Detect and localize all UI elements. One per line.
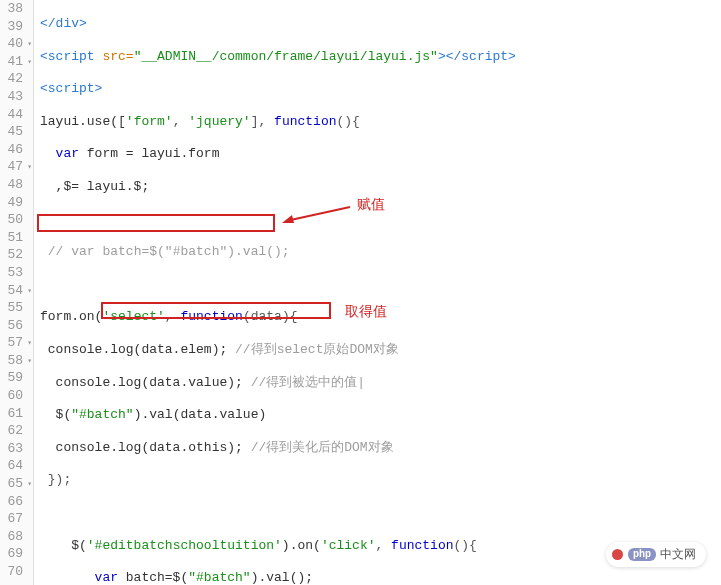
line-number: 64 — [0, 457, 23, 475]
line-number: 44 — [0, 106, 23, 124]
line-number: 48 — [0, 176, 23, 194]
line-number: 69 — [0, 545, 23, 563]
brand-text: 中文网 — [660, 546, 696, 563]
code-line[interactable] — [40, 276, 721, 294]
code-line[interactable]: layui.use(['form', 'jquery'], function()… — [40, 113, 721, 131]
line-number: 58 — [0, 352, 23, 370]
code-body[interactable]: </div> <script src="__ADMIN__/common/fra… — [34, 0, 721, 585]
line-number: 50 — [0, 211, 23, 229]
code-line[interactable] — [40, 504, 721, 522]
line-number: 66 — [0, 493, 23, 511]
line-number: 45 — [0, 123, 23, 141]
line-number: 53 — [0, 264, 23, 282]
code-line[interactable]: console.log(data.elem); //得到select原始DOM对… — [40, 341, 721, 359]
line-number: 55 — [0, 299, 23, 317]
brand-dot-icon — [612, 549, 623, 560]
line-number: 70 — [0, 563, 23, 581]
code-line[interactable]: console.log(data.value); //得到被选中的值| — [40, 374, 721, 392]
line-number: 49 — [0, 194, 23, 212]
code-line[interactable]: var batch=$("#batch").val(); — [40, 569, 721, 585]
code-line[interactable]: </div> — [40, 15, 721, 33]
line-number: 54 — [0, 282, 23, 300]
code-line[interactable]: var form = layui.form — [40, 145, 721, 163]
line-number: 42 — [0, 70, 23, 88]
line-number: 40 — [0, 35, 23, 53]
line-number: 63 — [0, 440, 23, 458]
line-number: 59 — [0, 369, 23, 387]
gutter: 38 39 40 41 42 43 44 45 46 47 48 49 50 5… — [0, 0, 34, 585]
line-number: 51 — [0, 229, 23, 247]
line-number: 52 — [0, 246, 23, 264]
line-number: 65 — [0, 475, 23, 493]
code-line[interactable]: ,$= layui.$; — [40, 178, 721, 196]
code-line[interactable]: $("#batch").val(data.value) — [40, 406, 721, 424]
code-line[interactable]: form.on('select', function(data){ — [40, 308, 721, 326]
line-number: 62 — [0, 422, 23, 440]
code-editor[interactable]: 38 39 40 41 42 43 44 45 46 47 48 49 50 5… — [0, 0, 721, 585]
line-number: 46 — [0, 141, 23, 159]
brand-php-badge: php — [628, 548, 656, 561]
code-line[interactable]: }); — [40, 471, 721, 489]
line-number: 43 — [0, 88, 23, 106]
line-number: 60 — [0, 387, 23, 405]
line-number: 56 — [0, 317, 23, 335]
line-number: 47 — [0, 158, 23, 176]
code-line[interactable]: <script> — [40, 80, 721, 98]
code-line[interactable]: <script src="__ADMIN__/common/frame/layu… — [40, 48, 721, 66]
watermark-brand: php 中文网 — [606, 542, 706, 567]
line-number: 39 — [0, 18, 23, 36]
line-number: 61 — [0, 405, 23, 423]
line-number: 68 — [0, 528, 23, 546]
line-number: 38 — [0, 0, 23, 18]
code-line[interactable] — [40, 211, 721, 229]
line-number: 67 — [0, 510, 23, 528]
code-line[interactable]: // var batch=$("#batch").val(); — [40, 243, 721, 261]
code-line[interactable]: console.log(data.othis); //得到美化后的DOM对象 — [40, 439, 721, 457]
line-number: 41 — [0, 53, 23, 71]
line-number: 57 — [0, 334, 23, 352]
